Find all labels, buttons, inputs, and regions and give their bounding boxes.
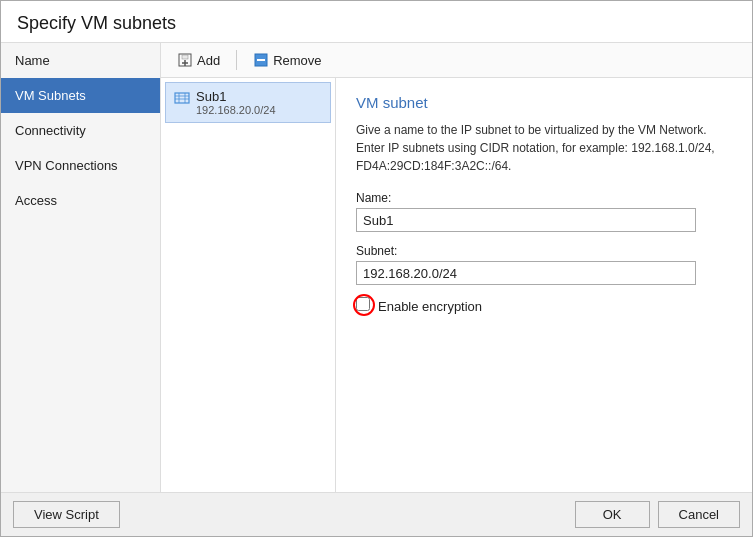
subnet-info: Sub1 192.168.20.0/24 — [196, 89, 276, 116]
form-description: Give a name to the IP subnet to be virtu… — [356, 121, 732, 175]
toolbar: Add Remove — [161, 43, 752, 78]
subnet-address: 192.168.20.0/24 — [196, 104, 276, 116]
encryption-group: Enable encryption — [356, 297, 732, 315]
sidebar: Name VM Subnets Connectivity VPN Connect… — [1, 43, 161, 492]
dialog: Specify VM subnets Name VM Subnets Conne… — [0, 0, 753, 537]
svg-rect-1 — [182, 55, 188, 59]
subnet-list: Sub1 192.168.20.0/24 — [161, 78, 336, 492]
subnet-input[interactable] — [356, 261, 696, 285]
name-label: Name: — [356, 191, 732, 205]
form-panel: VM subnet Give a name to the IP subnet t… — [336, 78, 752, 492]
footer-left: View Script — [13, 501, 120, 528]
add-button[interactable]: Add — [169, 49, 228, 71]
dialog-footer: View Script OK Cancel — [1, 492, 752, 536]
encryption-label[interactable]: Enable encryption — [378, 299, 482, 314]
subnet-name: Sub1 — [196, 89, 276, 104]
subnet-label: Subnet: — [356, 244, 732, 258]
subnet-item[interactable]: Sub1 192.168.20.0/24 — [165, 82, 331, 123]
subnet-network-icon — [174, 90, 190, 106]
encryption-checkbox[interactable] — [356, 297, 370, 311]
cancel-button[interactable]: Cancel — [658, 501, 740, 528]
remove-icon — [253, 52, 269, 68]
name-group: Name: — [356, 191, 732, 232]
add-label: Add — [197, 53, 220, 68]
dialog-header: Specify VM subnets — [1, 1, 752, 43]
svg-rect-6 — [175, 93, 189, 103]
toolbar-separator — [236, 50, 237, 70]
encryption-checkbox-wrapper — [356, 297, 374, 315]
view-script-button[interactable]: View Script — [13, 501, 120, 528]
sidebar-item-connectivity[interactable]: Connectivity — [1, 113, 160, 148]
name-input[interactable] — [356, 208, 696, 232]
dialog-body: Name VM Subnets Connectivity VPN Connect… — [1, 43, 752, 492]
sidebar-item-vpn-connections[interactable]: VPN Connections — [1, 148, 160, 183]
main-content: Add Remove — [161, 43, 752, 492]
form-section-title: VM subnet — [356, 94, 732, 111]
remove-button[interactable]: Remove — [245, 49, 329, 71]
ok-button[interactable]: OK — [575, 501, 650, 528]
sidebar-item-name[interactable]: Name — [1, 43, 160, 78]
add-icon — [177, 52, 193, 68]
content-area: Sub1 192.168.20.0/24 VM subnet Give a na… — [161, 78, 752, 492]
subnet-group: Subnet: — [356, 244, 732, 285]
sidebar-item-access[interactable]: Access — [1, 183, 160, 218]
sidebar-item-vm-subnets[interactable]: VM Subnets — [1, 78, 160, 113]
page-title: Specify VM subnets — [17, 13, 736, 34]
footer-right: OK Cancel — [575, 501, 740, 528]
remove-label: Remove — [273, 53, 321, 68]
